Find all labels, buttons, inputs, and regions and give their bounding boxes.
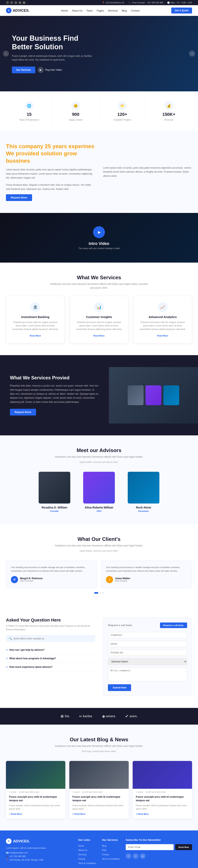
advisor-role-2: Developer bbox=[124, 510, 163, 512]
play-video-button[interactable]: ▶ Play Intro Video bbox=[38, 67, 62, 73]
faq-item-1: What about loan programs & Advantage? bbox=[6, 654, 95, 663]
our-services-button[interactable]: Our Services bbox=[12, 66, 35, 73]
hero-prev-arrow[interactable]: ‹ bbox=[3, 51, 9, 57]
youtube-icon[interactable]: ▶ bbox=[23, 1, 26, 4]
faq-search-input[interactable] bbox=[14, 637, 92, 640]
footer-service-terms[interactable]: Term & Conditions bbox=[102, 858, 120, 860]
insights-read-more[interactable]: Read More bbox=[93, 335, 105, 337]
partner-kanba: ∞ kanba bbox=[79, 714, 92, 718]
subscribe-button[interactable]: Send Now bbox=[175, 844, 192, 850]
partner-aven: ✔ aven. bbox=[125, 714, 137, 719]
investment-desc: Praesent accumsan velit non magna, posue… bbox=[10, 320, 61, 331]
services-provided-image bbox=[109, 367, 198, 424]
nav-blog[interactable]: Blog bbox=[122, 9, 127, 12]
logo: X ADVICES. bbox=[6, 8, 30, 13]
instagram-icon[interactable]: ig bbox=[18, 1, 22, 4]
company-field-group bbox=[108, 632, 187, 639]
blog-post-title-1: Fusce suscipit arcu velit id scelerisque… bbox=[73, 795, 125, 802]
nav-pages[interactable]: Pages bbox=[96, 9, 104, 12]
clients-icon: 😊 bbox=[71, 101, 80, 110]
message-input[interactable] bbox=[108, 668, 187, 681]
advisor-photo-1 bbox=[83, 472, 115, 503]
investment-read-more[interactable]: Read More bbox=[30, 335, 41, 337]
footer-facebook-icon[interactable]: f bbox=[126, 853, 131, 859]
logo-icon: X bbox=[6, 8, 11, 13]
footer-logo-icon: X bbox=[6, 838, 11, 844]
blog-desc: Spot fuga, suscipit quis ipsum dolor. bbox=[60, 750, 138, 753]
request-demo-button[interactable]: Request Demo bbox=[6, 194, 32, 201]
author-role-0: Web Developer bbox=[20, 580, 43, 582]
facebook-icon[interactable]: f bbox=[6, 1, 9, 4]
advisor-name-1: Alina Roberta William bbox=[79, 506, 119, 509]
author-info-0: Margrit R. Robinson Web Developer bbox=[20, 577, 43, 582]
footer-service-blog[interactable]: Blog bbox=[102, 844, 106, 847]
nav-contact[interactable]: Contact bbox=[131, 9, 140, 12]
service-card-analytics: 📈 Advanced Analytics Praesent accumsan v… bbox=[133, 296, 192, 343]
blog-tag-author-1: ✎ ADVIC bbox=[73, 791, 80, 793]
kanba-icon: ∞ bbox=[79, 714, 82, 718]
services-provided-section: What We Services Provied Phasellus felis… bbox=[0, 355, 198, 435]
twitter-icon[interactable]: t bbox=[10, 1, 13, 4]
testimonials-section: What Our Client's Vestibulum and duis an… bbox=[0, 524, 198, 606]
nav-team[interactable]: Team bbox=[86, 9, 93, 12]
footer-social-icons: f t in bbox=[126, 853, 192, 859]
about-text-left: This company 25 years experines We provi… bbox=[6, 143, 95, 201]
hero-next-arrow[interactable]: › bbox=[189, 51, 195, 57]
nav-services[interactable]: Services bbox=[108, 9, 118, 12]
faq-question-1[interactable]: What about loan programs & Advantage? bbox=[6, 657, 95, 660]
footer-link-pricing[interactable]: Pricing bbox=[78, 858, 85, 860]
phone-icon: 📞 bbox=[128, 1, 131, 4]
footer-link-about[interactable]: About Us bbox=[78, 849, 87, 851]
revenue-icon: 💰 bbox=[164, 101, 173, 110]
footer-link-home[interactable]: Home bbox=[78, 844, 84, 847]
linkedin-icon[interactable]: in bbox=[14, 1, 17, 4]
footer-link-services[interactable]: Services bbox=[78, 853, 86, 856]
footer-linkedin-icon[interactable]: in bbox=[140, 853, 146, 859]
dot-1[interactable] bbox=[94, 592, 98, 594]
video-play-button[interactable] bbox=[93, 226, 105, 238]
email-input[interactable] bbox=[108, 641, 187, 647]
faq-question-0[interactable]: How can I get help by advices? bbox=[6, 648, 95, 652]
phone-input[interactable] bbox=[108, 650, 187, 656]
liia-icon: ⊕ bbox=[61, 714, 64, 719]
submit-button[interactable]: Submit Now bbox=[108, 684, 131, 691]
video-section: Intro Video The setup with any content s… bbox=[0, 213, 198, 262]
blog-read-more-2[interactable]: + Read More bbox=[136, 813, 149, 815]
dot-3[interactable] bbox=[102, 592, 104, 594]
subscribe-email-input[interactable] bbox=[126, 844, 174, 850]
analytics-desc: Praesent accumsan velit non magna, posue… bbox=[137, 320, 188, 331]
blog-content-2: Fusce suscipit arcu velit id scelerisque… bbox=[133, 793, 192, 818]
author-role-1: Web Designer bbox=[115, 580, 130, 582]
footer-link-terms[interactable]: Term & Conditions bbox=[78, 862, 96, 864]
footer-services-list: Blog FAQ Privacy Term & Conditions bbox=[102, 844, 120, 860]
nav-home[interactable]: Home bbox=[61, 9, 68, 12]
advisors-subtitle: Vestibulum and duis ante Nascetur fermen… bbox=[49, 455, 149, 459]
services-provided-cta[interactable]: Request Demo bbox=[10, 409, 36, 415]
faq-question-2[interactable]: How much experience about advices? bbox=[6, 665, 95, 669]
investment-icon: 🏦 bbox=[30, 302, 40, 312]
callback-cta-button[interactable]: Request a call back. bbox=[160, 622, 187, 628]
analytics-read-more[interactable]: Read More bbox=[157, 335, 168, 337]
blog-read-more-1[interactable]: + Read More bbox=[73, 813, 85, 815]
footer-twitter-icon[interactable]: t bbox=[133, 853, 138, 859]
services-section: What We Services Vestibulum and duis ant… bbox=[0, 262, 198, 355]
blog-post-excerpt-1: Fusce suscipit, velit id scelerisque tem… bbox=[73, 804, 125, 810]
subscribe-form: Send Now bbox=[126, 844, 192, 850]
stat-clients: 😊 900 Happy Clients bbox=[52, 97, 99, 125]
author-avatar-1: J bbox=[106, 576, 113, 583]
message-field-group bbox=[108, 668, 187, 682]
advisors-section: Meet our Advisors Vestibulum and duis an… bbox=[0, 435, 198, 524]
time-info: 🕐 Mon - Fri: 9:00 - 5:00 bbox=[167, 1, 192, 4]
dot-2[interactable] bbox=[100, 592, 101, 594]
blog-read-more-0[interactable]: + Read More bbox=[9, 813, 22, 815]
insights-desc: Praesent accumsan velit non magna, posue… bbox=[74, 320, 124, 331]
blog-tag-date-0: 🗓 ORT MAC RRVS 2021 bbox=[19, 791, 39, 793]
nav-about[interactable]: About Us bbox=[72, 9, 82, 12]
option-select[interactable]: Selected Option Option 1 Option 2 Option… bbox=[108, 658, 187, 665]
footer-service-faq[interactable]: FAQ bbox=[102, 849, 106, 851]
get-quote-button[interactable]: Get A Quote bbox=[171, 7, 192, 13]
footer-service-privacy[interactable]: Privacy bbox=[102, 853, 109, 856]
video-subtitle: The setup with any content strategy is f… bbox=[78, 247, 120, 249]
services-provided-text: What We Services Provied Phasellus felis… bbox=[0, 367, 109, 424]
company-input[interactable] bbox=[108, 632, 187, 639]
